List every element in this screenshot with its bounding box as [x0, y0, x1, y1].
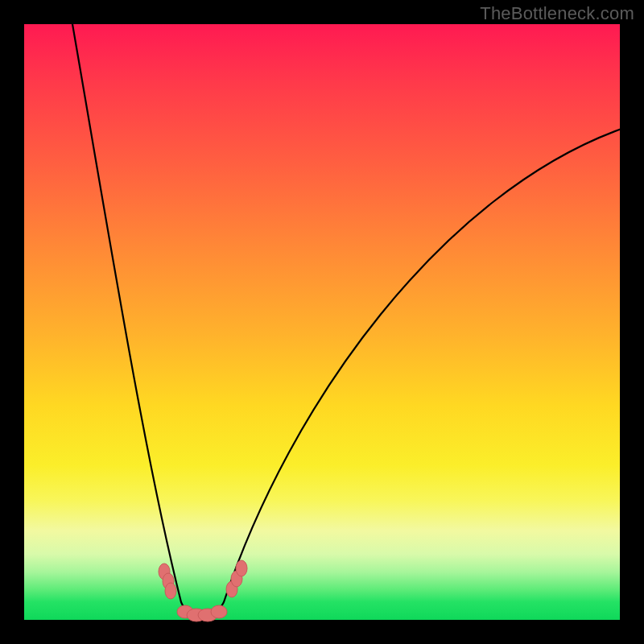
- marker-cluster-right: [226, 560, 247, 597]
- marker-cluster-bottom: [177, 605, 227, 621]
- watermark-text: TheBottleneck.com: [480, 3, 634, 24]
- curve-path: [72, 24, 621, 621]
- gradient-plot-area: [24, 24, 620, 620]
- svg-point-6: [211, 605, 227, 618]
- svg-point-9: [236, 560, 247, 576]
- chart-frame: TheBottleneck.com: [0, 0, 644, 644]
- bottleneck-curve: [24, 24, 620, 620]
- svg-point-2: [165, 583, 176, 599]
